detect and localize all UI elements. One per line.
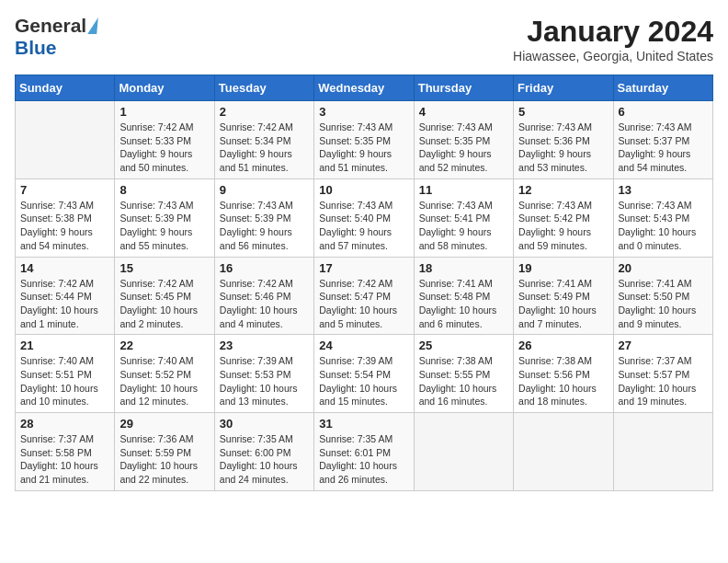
calendar-cell: 13Sunrise: 7:43 AMSunset: 5:43 PMDayligh… [613,178,712,257]
calendar-cell: 22Sunrise: 7:40 AMSunset: 5:52 PMDayligh… [115,335,214,413]
calendar-week-row: 21Sunrise: 7:40 AMSunset: 5:51 PMDayligh… [16,335,713,413]
day-info: Sunrise: 7:42 AMSunset: 5:34 PMDaylight:… [220,121,309,175]
calendar-week-row: 7Sunrise: 7:43 AMSunset: 5:38 PMDaylight… [16,178,713,257]
day-info: Sunrise: 7:38 AMSunset: 5:55 PMDaylight:… [419,354,508,408]
day-number: 30 [220,417,309,431]
title-block: January 2024 Hiawassee, Georgia, United … [513,15,713,63]
calendar-cell: 7Sunrise: 7:43 AMSunset: 5:38 PMDaylight… [16,178,115,257]
day-number: 3 [319,105,408,119]
calendar-cell: 11Sunrise: 7:43 AMSunset: 5:41 PMDayligh… [414,178,513,257]
day-number: 23 [220,339,309,352]
day-number: 8 [119,183,209,197]
calendar-cell: 20Sunrise: 7:41 AMSunset: 5:50 PMDayligh… [613,257,712,335]
page-header: General Blue January 2024 Hiawassee, Geo… [15,15,713,63]
day-info: Sunrise: 7:43 AMSunset: 5:43 PMDaylight:… [619,199,708,253]
weekday-header-tuesday: Tuesday [214,75,313,101]
calendar-cell: 29Sunrise: 7:36 AMSunset: 5:59 PMDayligh… [115,413,214,491]
day-number: 15 [119,261,209,275]
calendar-cell [414,413,513,491]
calendar-cell: 8Sunrise: 7:43 AMSunset: 5:39 PMDaylight… [115,178,214,257]
weekday-header-monday: Monday [115,75,214,101]
day-number: 6 [619,105,708,119]
day-info: Sunrise: 7:39 AMSunset: 5:54 PMDaylight:… [319,354,408,408]
calendar-cell [613,413,712,491]
logo: General Blue [15,15,98,59]
day-number: 12 [518,183,608,197]
day-number: 16 [220,261,309,275]
calendar-cell: 10Sunrise: 7:43 AMSunset: 5:40 PMDayligh… [314,178,414,257]
weekday-header-sunday: Sunday [16,75,115,101]
calendar-cell: 3Sunrise: 7:43 AMSunset: 5:35 PMDaylight… [314,101,414,179]
day-number: 31 [319,417,408,431]
calendar-cell: 12Sunrise: 7:43 AMSunset: 5:42 PMDayligh… [514,178,613,257]
day-number: 7 [20,183,109,197]
calendar-cell: 9Sunrise: 7:43 AMSunset: 5:39 PMDaylight… [214,178,313,257]
day-info: Sunrise: 7:38 AMSunset: 5:56 PMDaylight:… [518,354,608,408]
day-info: Sunrise: 7:41 AMSunset: 5:49 PMDaylight:… [518,277,608,331]
day-info: Sunrise: 7:37 AMSunset: 5:58 PMDaylight:… [20,432,109,487]
day-number: 19 [518,261,608,275]
calendar-cell: 31Sunrise: 7:35 AMSunset: 6:01 PMDayligh… [314,413,414,491]
calendar-cell: 5Sunrise: 7:43 AMSunset: 5:36 PMDaylight… [514,101,613,179]
calendar-cell: 30Sunrise: 7:35 AMSunset: 6:00 PMDayligh… [214,413,313,491]
day-info: Sunrise: 7:43 AMSunset: 5:36 PMDaylight:… [518,121,608,175]
calendar-cell: 18Sunrise: 7:41 AMSunset: 5:48 PMDayligh… [414,257,513,335]
weekday-header-wednesday: Wednesday [314,75,414,101]
day-info: Sunrise: 7:43 AMSunset: 5:41 PMDaylight:… [419,199,508,253]
day-number: 25 [419,339,508,352]
day-number: 17 [319,261,408,275]
day-number: 29 [119,417,209,431]
logo-general-text: General [15,15,86,37]
day-number: 14 [20,261,109,275]
day-info: Sunrise: 7:40 AMSunset: 5:52 PMDaylight:… [119,354,209,408]
calendar-cell: 24Sunrise: 7:39 AMSunset: 5:54 PMDayligh… [314,335,414,413]
day-number: 10 [319,183,408,197]
weekday-header-row: SundayMondayTuesdayWednesdayThursdayFrid… [16,75,713,101]
weekday-header-thursday: Thursday [414,75,513,101]
day-number: 28 [20,417,109,431]
day-info: Sunrise: 7:43 AMSunset: 5:38 PMDaylight:… [20,199,109,253]
day-info: Sunrise: 7:40 AMSunset: 5:51 PMDaylight:… [20,354,109,408]
page-title: January 2024 [513,15,713,49]
day-number: 24 [319,339,408,352]
calendar-week-row: 1Sunrise: 7:42 AMSunset: 5:33 PMDaylight… [16,101,713,179]
day-number: 18 [419,261,508,275]
calendar-cell: 26Sunrise: 7:38 AMSunset: 5:56 PMDayligh… [514,335,613,413]
calendar-cell: 2Sunrise: 7:42 AMSunset: 5:34 PMDaylight… [214,101,313,179]
day-info: Sunrise: 7:43 AMSunset: 5:39 PMDaylight:… [220,199,309,253]
day-number: 20 [619,261,708,275]
day-info: Sunrise: 7:42 AMSunset: 5:47 PMDaylight:… [319,277,408,331]
logo-triangle-icon [87,17,98,34]
day-info: Sunrise: 7:37 AMSunset: 5:57 PMDaylight:… [619,354,708,408]
day-info: Sunrise: 7:41 AMSunset: 5:48 PMDaylight:… [419,277,508,331]
calendar-cell: 1Sunrise: 7:42 AMSunset: 5:33 PMDaylight… [115,101,214,179]
calendar-cell [16,101,115,179]
calendar-cell: 16Sunrise: 7:42 AMSunset: 5:46 PMDayligh… [214,257,313,335]
day-info: Sunrise: 7:36 AMSunset: 5:59 PMDaylight:… [119,432,209,487]
page-subtitle: Hiawassee, Georgia, United States [513,49,713,63]
calendar-cell: 17Sunrise: 7:42 AMSunset: 5:47 PMDayligh… [314,257,414,335]
calendar-cell: 4Sunrise: 7:43 AMSunset: 5:35 PMDaylight… [414,101,513,179]
day-info: Sunrise: 7:35 AMSunset: 6:00 PMDaylight:… [220,432,309,487]
day-number: 21 [20,339,109,352]
calendar-cell: 14Sunrise: 7:42 AMSunset: 5:44 PMDayligh… [16,257,115,335]
day-number: 5 [518,105,608,119]
day-number: 22 [119,339,209,352]
day-info: Sunrise: 7:43 AMSunset: 5:39 PMDaylight:… [119,199,209,253]
day-number: 1 [119,105,209,119]
calendar-cell: 21Sunrise: 7:40 AMSunset: 5:51 PMDayligh… [16,335,115,413]
day-info: Sunrise: 7:41 AMSunset: 5:50 PMDaylight:… [619,277,708,331]
calendar-week-row: 28Sunrise: 7:37 AMSunset: 5:58 PMDayligh… [16,413,713,491]
calendar-cell: 19Sunrise: 7:41 AMSunset: 5:49 PMDayligh… [514,257,613,335]
day-info: Sunrise: 7:42 AMSunset: 5:45 PMDaylight:… [119,277,209,331]
calendar-cell: 15Sunrise: 7:42 AMSunset: 5:45 PMDayligh… [115,257,214,335]
day-number: 27 [619,339,708,352]
day-info: Sunrise: 7:43 AMSunset: 5:35 PMDaylight:… [419,121,508,175]
day-info: Sunrise: 7:43 AMSunset: 5:37 PMDaylight:… [619,121,708,175]
weekday-header-saturday: Saturday [613,75,712,101]
calendar-cell: 23Sunrise: 7:39 AMSunset: 5:53 PMDayligh… [214,335,313,413]
calendar-cell: 25Sunrise: 7:38 AMSunset: 5:55 PMDayligh… [414,335,513,413]
calendar-cell [514,413,613,491]
day-info: Sunrise: 7:39 AMSunset: 5:53 PMDaylight:… [220,354,309,408]
day-number: 2 [220,105,309,119]
